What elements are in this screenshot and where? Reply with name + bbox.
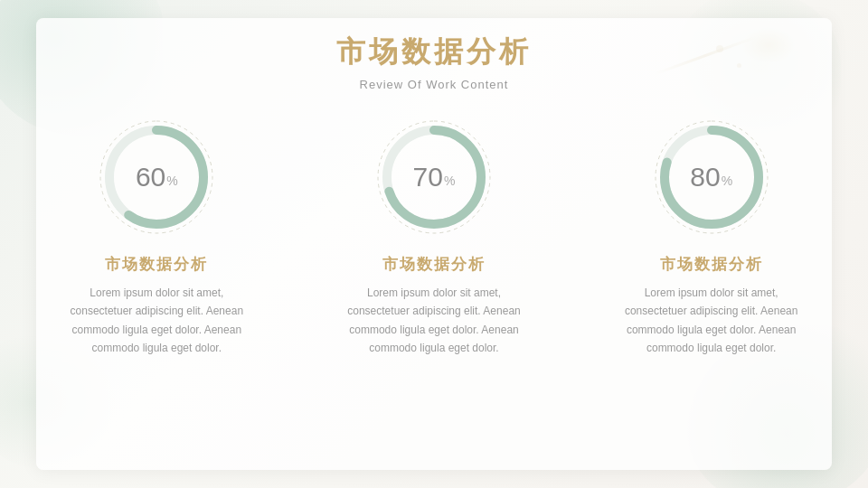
page-title: 市场数据分析	[336, 33, 532, 72]
page-content: 市场数据分析 Review Of Work Content 60 % 市场数据分…	[0, 0, 868, 383]
section-title-3: 市场数据分析	[660, 254, 763, 275]
donut-label-3: 80 %	[690, 164, 732, 191]
donut-label-2: 70 %	[413, 164, 456, 191]
section-title-1: 市场数据分析	[105, 254, 208, 275]
donut-3: 80 %	[653, 118, 770, 236]
section-text-1: Lorem ipsum dolor sit amet, consectetuer…	[57, 284, 256, 358]
chart-item-2: 70 % 市场数据分析 Lorem ipsum dolor sit amet, …	[332, 118, 537, 358]
chart-item-1: 60 % 市场数据分析 Lorem ipsum dolor sit amet, …	[54, 118, 259, 358]
charts-row: 60 % 市场数据分析 Lorem ipsum dolor sit amet, …	[0, 118, 868, 358]
background: 市场数据分析 Review Of Work Content 60 % 市场数据分…	[0, 0, 868, 488]
section-text-2: Lorem ipsum dolor sit amet, consectetuer…	[335, 284, 533, 358]
section-title-2: 市场数据分析	[382, 254, 486, 275]
donut-label-1: 60 %	[136, 164, 178, 191]
chart-item-3: 80 % 市场数据分析 Lorem ipsum dolor sit amet, …	[609, 118, 814, 358]
donut-2: 70 %	[375, 118, 493, 236]
section-text-3: Lorem ipsum dolor sit amet, consectetuer…	[612, 284, 811, 358]
page-subtitle: Review Of Work Content	[360, 78, 509, 91]
donut-1: 60 %	[98, 118, 215, 236]
